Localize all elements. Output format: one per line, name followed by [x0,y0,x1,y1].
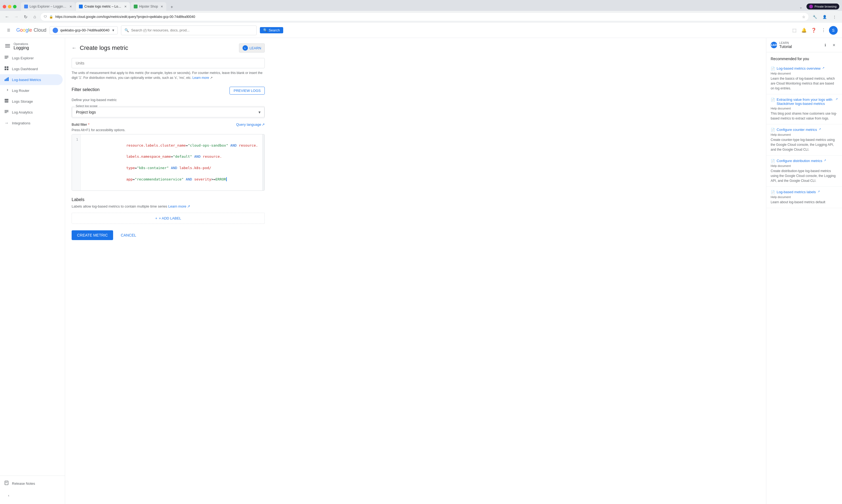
labels-learn-more-link[interactable]: Learn more ↗ [168,204,190,209]
svg-rect-6 [5,66,6,68]
top-bar-actions: ⬚ 🔔 ❓ ⋮ S [790,26,838,35]
filter-val-default: "default" [173,155,192,159]
address-bar[interactable]: 🛡 🔒 https://console.cloud.google.com/log… [40,13,809,21]
add-label-plus-icon: + [155,216,157,220]
sidebar-item-integrations[interactable]: → Integrations [0,118,63,128]
build-filter-section: Build filter * Query language ↗ Press Al… [72,123,265,191]
reload-button[interactable]: ↻ [22,13,29,21]
filter-eq2: = [171,155,173,159]
user-avatar[interactable]: S [829,26,838,35]
tab-favicon-3 [134,5,138,8]
sidebar-item-logs-explorer[interactable]: Logs Explorer [0,53,63,64]
tutorial-card-3-type: Help document [771,133,838,136]
browser-nav-bar: ← → ↻ ⌂ 🛡 🔒 https://console.cloud.google… [0,11,842,23]
sidebar-item-logs-storage[interactable]: Logs Storage [0,96,63,107]
tab-logs-explorer[interactable]: Logs Explorer – Logging – qwik... ✕ [21,2,75,11]
tab-close-3-icon[interactable]: ✕ [160,5,163,8]
units-learn-more-link[interactable]: Learn more [192,76,209,80]
hamburger-menu-button[interactable]: ☰ [4,26,13,35]
filter-key-namespace: labels.namespace_name [126,155,171,159]
back-nav-button[interactable]: ← [3,13,11,21]
external-link-icon: ↗ [262,123,265,127]
tab-create-metric[interactable]: Create logs metric – Logging – ... ✕ [76,2,130,11]
filter-accessibility-hint: Press Alt+F1 for accessibility options. [72,128,265,132]
help-button[interactable]: ❓ [809,26,818,35]
doc-icon-5: 📄 [771,190,775,194]
tab-close-active-icon[interactable]: ✕ [124,5,127,8]
private-browsing-icon [809,5,813,8]
profiles-button[interactable]: 👤 [820,13,829,21]
search-button[interactable]: 🔍 Search [260,27,283,33]
units-input[interactable] [72,58,265,68]
filter-code[interactable]: resource.labels.cluster_name="cloud-ops-… [81,134,262,191]
star-icon[interactable]: ☆ [802,15,805,19]
learn-button[interactable]: L LEARN [239,43,265,53]
browser-tabs: Logs Explorer – Logging – qwik... ✕ Crea… [21,2,805,11]
tutorial-card-4-link[interactable]: 📄 Configure distribution metrics ↗ [771,159,838,163]
tutorial-card-2-link[interactable]: 📄 Extracting value from your logs with S… [771,97,838,106]
back-button[interactable]: ← [72,45,76,51]
app-layout: Operations Logging Logs Explorer [0,38,842,504]
filter-eq3: = [135,166,137,170]
collapse-sidebar-button[interactable]: ‹ [4,491,13,500]
filter-key-app: app [126,177,133,181]
sidebar-item-log-based-metrics[interactable]: Log-based Metrics [0,74,63,85]
log-scope-select[interactable]: Project logs [72,107,264,117]
tutorial-card-1-link[interactable]: 📄 Log-based metrics overview ↗ [771,66,838,71]
filter-eq4: = [133,177,135,181]
sidebar-item-release-notes[interactable]: Release Notes [0,478,63,489]
form-actions: CREATE METRIC CANCEL [72,230,265,251]
maximize-button[interactable] [13,5,17,8]
units-section: The units of measurement that apply to t… [72,58,265,80]
editor-scrollbar[interactable] [262,134,264,191]
tab-overflow-button[interactable]: ⌄ [797,3,805,11]
home-button[interactable]: ⌂ [31,13,38,21]
global-search-bar[interactable]: 🔍 [121,25,257,35]
cloud-shell-button[interactable]: ⬚ [790,26,798,35]
extensions-button[interactable]: 🔧 [810,13,819,21]
add-label-button[interactable]: + + ADD LABEL [72,213,265,224]
filter-key-resource: resource. [239,143,258,147]
new-tab-button[interactable]: + [168,3,175,11]
sidebar-item-log-router[interactable]: Log Router [0,85,63,96]
main-content-area: ← Create logs metric L LEARN [65,38,766,504]
google-cloud-logo: Google Cloud [16,28,46,33]
tutorial-card-3: 📄 Configure counter metrics ↗ Help docum… [766,124,842,156]
external-link-icon-3: ↗ [819,128,821,131]
forward-nav-button[interactable]: → [13,13,20,21]
close-button[interactable] [3,5,6,8]
tab-title-3: Hipster Shop [139,5,158,8]
cancel-button[interactable]: CANCEL [116,230,140,240]
svg-rect-1 [5,46,10,46]
preview-logs-button[interactable]: PREVIEW LOGS [229,87,265,94]
svg-rect-0 [5,44,10,45]
search-input[interactable] [131,28,253,32]
project-selector[interactable]: qwiklabs-gcp-00-74d8fea90040 ▼ [50,26,118,34]
private-browsing-label: Private browsing [814,5,837,8]
tutorial-close-button[interactable]: ✕ [830,41,838,49]
tab-hipster-shop[interactable]: Hipster Shop ✕ [131,2,166,11]
sidebar-item-log-based-metrics-label: Log-based Metrics [12,78,41,82]
sidebar-item-log-router-label: Log Router [12,89,29,93]
sidebar-header: Operations Logging [0,38,65,53]
filter-editor[interactable]: 1 resource.labels.cluster_name="cloud-op… [72,134,265,191]
top-app-bar: ☰ Google Cloud qwiklabs-gcp-00-74d8fea90… [0,23,842,38]
tab-title: Logs Explorer – Logging – qwik... [30,5,67,8]
sidebar-item-logs-dashboard[interactable]: Logs Dashboard [0,64,63,74]
tutorial-card-5-link[interactable]: 📄 Log-based metrics labels ↗ [771,190,838,194]
minimize-button[interactable] [8,5,12,8]
cloud-text: Cloud [34,28,46,33]
sidebar-item-log-analytics[interactable]: Log Analytics [0,107,63,118]
tutorial-card-3-link[interactable]: 📄 Configure counter metrics ↗ [771,128,838,132]
query-language-link[interactable]: Query language ↗ [236,123,265,127]
tutorial-info-button[interactable]: ℹ [821,41,829,49]
create-metric-button[interactable]: CREATE METRIC [72,230,113,240]
tab-close-icon[interactable]: ✕ [69,5,72,8]
tutorial-panel: LEARN LEARN Tutorial ℹ ✕ Recommended for… [766,38,842,504]
more-options-button[interactable]: ⋮ [830,13,839,21]
filter-editor-inner: 1 resource.labels.cluster_name="cloud-op… [72,134,264,191]
tutorial-card-4: 📄 Configure distribution metrics ↗ Help … [766,156,842,187]
notifications-button[interactable]: 🔔 [800,26,808,35]
more-topbar-button[interactable]: ⋮ [819,26,828,35]
tutorial-learn-label: LEARN [779,41,792,44]
